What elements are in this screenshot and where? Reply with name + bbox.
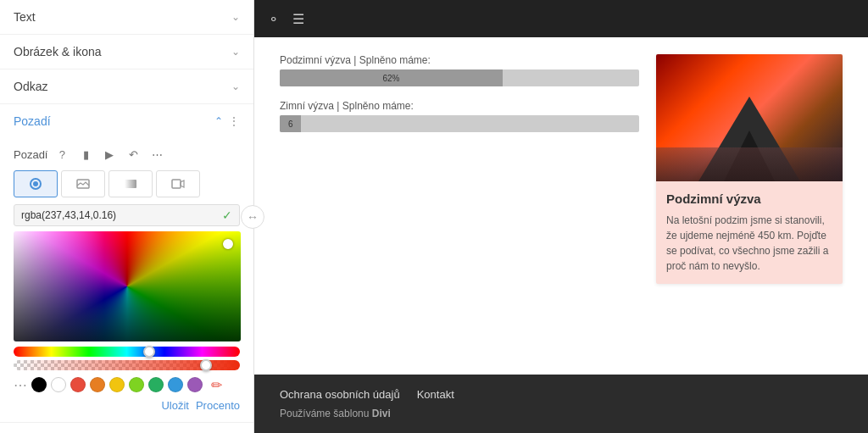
odkaz-section-header[interactable]: Odkaz ⌄ (0, 69, 253, 104)
site-footer: Ochrana osobních údajů Kontakt Používáme… (254, 375, 868, 433)
pozadi-cursor-icon[interactable]: ▶ (100, 145, 119, 164)
card-title: Podzimní výzva (666, 192, 832, 206)
bg-gradient-button[interactable] (108, 170, 153, 197)
pozadi-header-icons: ⌃ ⋮ (214, 114, 240, 128)
preset-colors: ⋯ ✏ (14, 375, 240, 394)
card-body: Podzimní výzva Na letošní podzim jsme si… (656, 181, 843, 284)
preset-more-icon[interactable]: ⋯ (14, 377, 27, 393)
swatch-black[interactable] (31, 377, 47, 392)
bg-type-buttons (14, 170, 240, 197)
swatch-white[interactable] (51, 377, 66, 392)
pozadi-mobile-icon[interactable]: ▮ (76, 145, 95, 164)
top-nav: ⚬ ☰ (254, 0, 868, 37)
pozadi-help-icon[interactable]: ? (53, 145, 71, 164)
hue-slider[interactable] (14, 347, 240, 357)
obrazek-ikona-label: Obrázek & ikona (14, 45, 102, 58)
bg-color-button[interactable] (14, 170, 58, 197)
percent-button[interactable]: Procento (196, 399, 240, 412)
swatch-orange[interactable] (90, 377, 105, 392)
progress-section: Podzimní výzva | Splněno máme: 62% Zimní… (280, 54, 639, 284)
text-section-header[interactable]: Text ⌄ (0, 0, 253, 35)
pozadi-header[interactable]: Pozadí ⌃ ⋮ (0, 104, 253, 138)
drag-handle[interactable]: ↔ (241, 205, 264, 229)
alpha-slider[interactable] (14, 360, 240, 370)
swatch-green[interactable] (148, 377, 164, 392)
oznaceni-section: Označení admina ⌄ (0, 423, 253, 433)
card-image (656, 54, 843, 181)
swatch-red[interactable] (70, 377, 86, 392)
progress-bar-fill-0: 62% (280, 69, 503, 86)
footer-link-0[interactable]: Ochrana osobních údajů (280, 388, 400, 401)
image-card: Podzimní výzva Na letošní podzim jsme si… (656, 54, 843, 284)
oznaceni-header[interactable]: Označení admina ⌄ (0, 423, 253, 433)
progress-bar-fill-1: 6 (280, 115, 301, 132)
hue-handle[interactable] (143, 346, 155, 358)
progress-item-0: Podzimní výzva | Splněno máme: 62% (280, 54, 639, 86)
card-text: Na letošní podzim jsme si stanovili, že … (666, 213, 832, 274)
color-value-bar[interactable]: rgba(237,43,14,0.16) ✓ (14, 204, 240, 226)
progress-label-0: Podzimní výzva | Splněno máme: (280, 54, 639, 66)
text-section-label: Text (14, 10, 36, 24)
swatch-yellow[interactable] (109, 377, 125, 392)
odkaz-chevron-icon: ⌄ (231, 80, 240, 92)
right-content: ⚬ ☰ Podzimní výzva | Splněno máme: 62% (254, 0, 868, 433)
progress-text-1: 6 (288, 119, 293, 129)
nav-search-icon[interactable]: ⚬ (268, 11, 279, 27)
footer-link-1[interactable]: Kontakt (417, 388, 454, 401)
alpha-slider-row (14, 360, 240, 370)
pozadi-chevron-up-icon: ⌃ (214, 115, 223, 127)
color-gradient-picker[interactable] (14, 231, 241, 341)
svg-rect-3 (125, 180, 136, 188)
save-button[interactable]: Uložit (161, 399, 189, 412)
svg-rect-4 (172, 180, 181, 188)
hue-slider-row (14, 347, 240, 357)
bottom-actions: Uložit Procento (14, 399, 240, 412)
progress-text-0: 62% (382, 74, 399, 83)
progress-bar-container-0: 62% (280, 69, 639, 86)
progress-bar-container-1: 6 (280, 115, 639, 132)
pozadi-title: Pozadí (14, 114, 51, 128)
color-value-text: rgba(237,43,14,0.16) (21, 209, 116, 221)
footer-brand: Divi (372, 408, 391, 419)
pozadi-options-icon[interactable]: ⋮ (228, 114, 240, 128)
right-wrapper: ↔ ⚬ ☰ Podzimní výzva | Splněno máme: 62% (254, 0, 868, 433)
obrazek-ikona-section-header[interactable]: Obrázek & ikona ⌄ (0, 35, 253, 69)
bg-image-button[interactable] (61, 170, 105, 197)
eyedropper-icon[interactable]: ✏ (207, 375, 225, 394)
odkaz-label: Odkaz (14, 80, 47, 93)
bg-video-button[interactable] (156, 170, 200, 197)
website-body: Podzimní výzva | Splněno máme: 62% Zimní… (254, 37, 868, 433)
svg-point-1 (33, 181, 38, 186)
gradient-handle[interactable] (223, 239, 233, 249)
content-area: Podzimní výzva | Splněno máme: 62% Zimní… (254, 37, 868, 301)
pozadi-section: Pozadí ⌃ ⋮ Pozadí ? ▮ ▶ ↶ ⋯ (0, 104, 253, 423)
text-chevron-icon: ⌄ (231, 11, 240, 23)
color-confirm-icon[interactable]: ✓ (222, 208, 232, 222)
left-panel: Text ⌄ Obrázek & ikona ⌄ Odkaz ⌄ Pozadí … (0, 0, 254, 433)
pozadi-content: Pozadí ? ▮ ▶ ↶ ⋯ (0, 138, 253, 422)
pozadi-more-icon[interactable]: ⋯ (147, 145, 166, 164)
nav-menu-icon[interactable]: ☰ (292, 11, 304, 27)
swatch-blue[interactable] (168, 377, 183, 392)
obrazek-ikona-chevron-icon: ⌄ (231, 46, 240, 58)
swatch-lightgreen[interactable] (129, 377, 144, 392)
alpha-handle[interactable] (200, 359, 212, 371)
footer-links: Ochrana osobních údajů Kontakt (280, 388, 843, 401)
pozadi-undo-icon[interactable]: ↶ (124, 145, 142, 164)
footer-credits: Používáme šablonu Divi (280, 408, 843, 419)
pozadi-header-left: Pozadí (14, 114, 51, 128)
water-reflection (656, 147, 843, 181)
pozadi-sublabel: Pozadí (14, 148, 47, 161)
swatch-purple[interactable] (187, 377, 203, 392)
progress-label-1: Zimní výzva | Splněno máme: (280, 100, 639, 112)
pozadi-label-row: Pozadí ? ▮ ▶ ↶ ⋯ (14, 145, 240, 164)
progress-item-1: Zimní výzva | Splněno máme: 6 (280, 100, 639, 132)
